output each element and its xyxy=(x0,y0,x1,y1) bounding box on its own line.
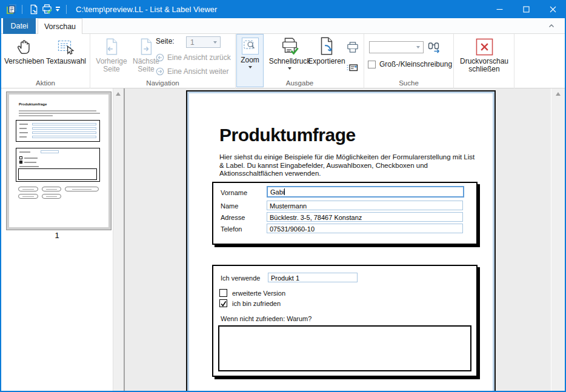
page-thumbnail[interactable]: Produktumfrage xyxy=(6,91,112,230)
page-number-spinner[interactable]: 1 xyxy=(186,36,221,48)
tab-vorschau[interactable]: Vorschau xyxy=(38,18,82,35)
group-label-suche: Suche xyxy=(364,79,453,87)
group-label-navigation: Navigation xyxy=(90,79,235,87)
app-window: C:\temp\preview.LL - List & Label Viewer… xyxy=(0,0,566,392)
check-icon xyxy=(220,300,227,307)
field-label-name: Name xyxy=(221,202,238,210)
field-label-adresse: Adresse xyxy=(221,214,245,221)
group-label-ausgabe: Ausgabe xyxy=(236,79,364,87)
use-label: Ich verwende xyxy=(221,274,260,282)
printer-icon xyxy=(346,41,359,53)
window-title: C:\temp\preview.LL - List & Label Viewer xyxy=(76,5,217,14)
find-button[interactable] xyxy=(427,40,441,55)
preview-page: Produktumfrage Hier siehst du einige Bei… xyxy=(186,90,496,392)
satisfied-label: ich bin zufrieden xyxy=(232,300,281,307)
thumbnail-panel: Produktumfrage xyxy=(1,88,113,391)
page-number-value: 1 xyxy=(187,38,210,47)
ribbon-group-close-preview: Druckvorschau schließen xyxy=(454,34,514,88)
maximize-button[interactable] xyxy=(513,0,539,18)
circle-arrow-left-icon xyxy=(156,53,164,62)
text-cursor xyxy=(284,188,285,195)
print-button[interactable] xyxy=(346,41,359,53)
extended-version-label: erweiterte Version xyxy=(232,290,285,297)
view-forward-label: Eine Ansicht weiter xyxy=(167,67,228,76)
close-preview-button[interactable]: Druckvorschau schließen xyxy=(456,36,512,73)
textauswahl-button[interactable]: Textauswahl xyxy=(45,35,87,65)
printer-check-icon xyxy=(280,35,299,56)
thumbnail-page-number: 1 xyxy=(1,231,113,240)
comments-textarea[interactable] xyxy=(218,325,471,371)
verschieben-button[interactable]: Verschieben xyxy=(4,35,45,65)
seite-label: Seite: xyxy=(156,37,175,45)
adresse-input[interactable]: Bücklestr. 3-5, 78467 Konstanz xyxy=(267,212,463,222)
minimize-button[interactable] xyxy=(486,0,513,18)
view-back-button[interactable]: Eine Ansicht zurück xyxy=(156,53,231,62)
panel-divider[interactable] xyxy=(124,88,125,391)
scroll-up-icon[interactable] xyxy=(556,92,561,96)
name-input[interactable]: Mustermann xyxy=(267,201,463,210)
search-combobox[interactable] xyxy=(369,41,424,53)
ribbon-group-navigation: Vorherige Seite Nächste Seite Seite: 1 xyxy=(90,34,236,88)
preview-scrollbar[interactable] xyxy=(551,88,565,391)
extended-version-checkbox[interactable] xyxy=(219,289,227,297)
field-label-telefon: Telefon xyxy=(221,225,242,233)
export-quick-icon[interactable] xyxy=(27,2,40,16)
product-input[interactable]: Produkt 1 xyxy=(268,273,358,282)
separator xyxy=(66,5,67,14)
print-options-button[interactable] xyxy=(346,62,358,74)
view-back-label: Eine Ansicht zurück xyxy=(167,53,231,62)
print-options-icon xyxy=(346,62,358,74)
case-sensitive-option[interactable]: Groß-/Kleinschreibung xyxy=(368,60,452,68)
ribbon-group-ausgabe: Zoom Schnelldruck xyxy=(236,34,364,88)
quick-access-dropdown-icon[interactable] xyxy=(53,2,62,16)
export-icon xyxy=(317,35,336,56)
view-forward-button[interactable]: Eine Ansicht weiter xyxy=(156,67,228,76)
satisfied-checkbox[interactable] xyxy=(219,299,227,307)
telefon-input[interactable]: 07531/9060-10 xyxy=(267,224,463,233)
page-content: Produktumfrage Hier siehst du einige Bei… xyxy=(189,93,493,392)
collapse-ribbon-icon[interactable] xyxy=(548,22,555,30)
zoom-dropdown-icon xyxy=(248,66,252,68)
textauswahl-label: Textauswahl xyxy=(46,58,86,65)
case-sensitive-label: Groß-/Kleinschreibung xyxy=(379,60,452,68)
close-preview-icon xyxy=(476,36,493,56)
spinner-dropdown-icon[interactable] xyxy=(210,41,220,44)
page-next-icon xyxy=(137,35,155,56)
ribbon-group-suche: Groß-/Kleinschreibung Suche xyxy=(364,34,454,88)
schnelldruck-dropdown-icon xyxy=(288,67,291,70)
document-intro: Hier siehst du einige Beispiele für die … xyxy=(219,153,476,178)
document-title: Produktumfrage xyxy=(219,125,356,145)
title-bar: C:\temp\preview.LL - List & Label Viewer xyxy=(0,0,566,18)
vorname-input[interactable]: Gabi xyxy=(267,186,464,198)
survey-form-box: Ich verwende Produkt 1 erweiterte Versio… xyxy=(212,265,478,377)
circle-arrow-right-icon xyxy=(156,67,164,76)
question-label: Wenn nicht zufrieden: Warum? xyxy=(221,315,311,322)
thumbnail-page: Produktumfrage xyxy=(9,95,108,227)
tab-datei[interactable]: Datei xyxy=(3,18,36,34)
search-dropdown-icon[interactable] xyxy=(413,46,423,48)
preview-workspace: Produktumfrage xyxy=(1,88,565,391)
thumbnail-scrollbar[interactable] xyxy=(113,88,123,391)
exportieren-label: Exportieren xyxy=(308,58,345,65)
field-label-vorname: Vorname xyxy=(221,189,247,196)
exportieren-button[interactable]: Exportieren xyxy=(305,35,348,65)
group-label-aktion: Aktion xyxy=(1,79,90,87)
quick-print-icon[interactable] xyxy=(40,2,53,16)
close-button[interactable] xyxy=(539,0,566,18)
thumbnail-title: Produktumfrage xyxy=(19,102,47,106)
close-preview-label: Druckvorschau schließen xyxy=(456,58,512,73)
zoom-label: Zoom xyxy=(241,56,259,64)
vorherige-seite-label: Vorherige Seite xyxy=(94,58,129,73)
case-sensitive-checkbox[interactable] xyxy=(368,61,376,68)
hand-icon xyxy=(15,35,33,56)
page-previous-icon xyxy=(102,35,121,56)
scroll-up-icon[interactable] xyxy=(116,92,121,96)
contact-form-box: Vorname Gabi Name Mustermann Adresse Büc… xyxy=(212,182,478,245)
ribbon-group-aktion: Verschieben Textauswahl Aktion xyxy=(1,34,90,88)
zoom-icon xyxy=(242,38,259,55)
vorherige-seite-button[interactable]: Vorherige Seite xyxy=(94,35,129,73)
app-icon[interactable] xyxy=(5,3,18,15)
ribbon-tab-row: Datei Vorschau xyxy=(1,18,565,34)
binoculars-icon xyxy=(427,40,441,55)
separator xyxy=(22,5,22,14)
